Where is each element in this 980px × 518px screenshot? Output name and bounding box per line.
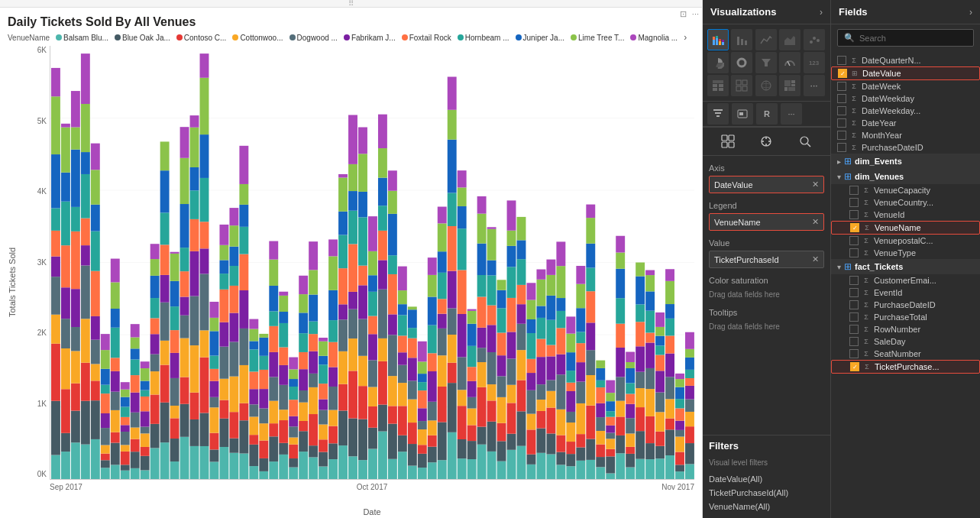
viz-icon-scatter[interactable] xyxy=(804,29,825,50)
analytics-control-btn[interactable] xyxy=(793,131,817,152)
viz-icon-stacked-bar[interactable] xyxy=(707,29,729,50)
svg-rect-220 xyxy=(239,227,248,254)
legend-field-box[interactable]: VenueName ✕ xyxy=(709,213,824,231)
svg-rect-596 xyxy=(586,406,595,439)
field-checkbox[interactable] xyxy=(849,236,859,245)
field-checkbox[interactable] xyxy=(849,312,859,322)
field-item[interactable]: ΣCustomerEmai... xyxy=(831,274,980,287)
viz-icon-area[interactable] xyxy=(779,29,800,50)
field-checkbox[interactable] xyxy=(849,337,859,346)
viz-icon-donut[interactable] xyxy=(731,52,752,73)
field-item[interactable]: ΣDateWeek xyxy=(831,80,980,92)
viz-icon-table[interactable] xyxy=(707,75,729,96)
search-input[interactable] xyxy=(859,34,967,43)
viz-icon-more[interactable]: ··· xyxy=(804,75,825,96)
field-item[interactable]: ΣVenueCapacity xyxy=(831,184,980,196)
field-checkbox[interactable] xyxy=(837,106,846,115)
field-checkbox[interactable] xyxy=(837,143,846,152)
field-item[interactable]: ΣVenueType xyxy=(831,247,980,259)
field-checkbox[interactable] xyxy=(837,94,846,103)
format-control-btn[interactable] xyxy=(754,131,778,152)
svg-rect-344 xyxy=(358,460,367,479)
axis-field-box[interactable]: DateValue ✕ xyxy=(709,176,824,193)
field-item[interactable]: ΣDateWeekday xyxy=(831,92,980,105)
value-field-box[interactable]: TicketPurchaseId ✕ xyxy=(709,251,824,268)
field-item[interactable]: ΣTicketPurchase... xyxy=(831,360,980,374)
field-checkbox[interactable] xyxy=(849,349,859,358)
field-item[interactable]: ΣDateQuarterN... xyxy=(831,54,980,66)
svg-rect-501 xyxy=(497,376,506,397)
field-item[interactable]: ΣEventId xyxy=(831,287,980,299)
field-checkbox[interactable] xyxy=(849,288,859,297)
field-checkbox[interactable] xyxy=(837,82,846,91)
svg-rect-494 xyxy=(487,261,496,276)
field-item[interactable]: ΣPurchaseDateID xyxy=(831,299,980,311)
field-item[interactable]: ΣPurchaseTotal xyxy=(831,311,980,323)
svg-rect-141 xyxy=(170,353,180,378)
field-item[interactable]: ΣPurchaseDateID xyxy=(831,141,980,154)
viz-icon-treemap[interactable] xyxy=(779,75,800,96)
field-name-label: DateWeekday xyxy=(862,94,974,103)
viz-panel-expand[interactable]: › xyxy=(820,7,823,18)
value-remove-btn[interactable]: ✕ xyxy=(812,254,819,264)
chart-plot[interactable] xyxy=(50,46,694,480)
svg-rect-427 xyxy=(428,325,437,354)
field-item[interactable]: ΣDateWeekday... xyxy=(831,105,980,117)
field-checkbox[interactable] xyxy=(849,276,859,285)
viz-icon-bar[interactable] xyxy=(731,29,752,50)
field-checkbox[interactable] xyxy=(850,362,859,371)
legend-remove-btn[interactable]: ✕ xyxy=(812,217,819,227)
field-item[interactable]: ΣVenueName xyxy=(831,221,980,235)
field-item[interactable]: ΣVenuepostalC... xyxy=(831,235,980,247)
viz-icon-kpi[interactable]: 123 xyxy=(804,52,825,73)
viz-icon-map[interactable] xyxy=(755,75,777,96)
field-item[interactable]: ΣVenueCountry... xyxy=(831,196,980,209)
filter-item-1[interactable]: DateValue(All) xyxy=(709,472,824,486)
field-item[interactable]: ΣDateYear xyxy=(831,117,980,129)
field-checkbox[interactable] xyxy=(849,186,859,195)
search-box[interactable]: 🔍 xyxy=(837,29,974,47)
field-name-label: SaleDay xyxy=(874,337,974,346)
viz-icon-filter[interactable] xyxy=(707,103,729,125)
field-checkbox[interactable] xyxy=(837,131,846,140)
drag-handle: ⠿ xyxy=(0,0,702,8)
svg-rect-37 xyxy=(71,91,80,127)
field-checkbox[interactable] xyxy=(849,248,859,257)
fields-panel-collapse[interactable]: › xyxy=(969,7,972,18)
field-item[interactable]: ⊞DateValue xyxy=(831,66,980,80)
legend-scroll-right[interactable]: › xyxy=(684,32,687,43)
viz-icon-gauge[interactable] xyxy=(779,52,800,73)
fields-control-btn[interactable] xyxy=(716,131,740,152)
filter-item-2[interactable]: TicketPurchaseId(All) xyxy=(709,486,824,500)
viz-icon-line[interactable] xyxy=(755,29,777,50)
viz-icon-r-visual[interactable]: R xyxy=(756,103,778,125)
resize-icon[interactable]: ⊡ xyxy=(680,9,687,19)
field-checkbox[interactable] xyxy=(849,210,859,219)
field-checkbox[interactable] xyxy=(837,56,846,65)
viz-icon-slicer[interactable] xyxy=(732,103,753,125)
viz-icon-matrix[interactable] xyxy=(731,75,752,96)
field-item[interactable]: ΣSaleDay xyxy=(831,335,980,348)
field-checkbox[interactable] xyxy=(838,69,847,78)
field-checkbox[interactable] xyxy=(849,325,859,334)
table-header-row[interactable]: ▸ ⊞ dim_Events xyxy=(831,154,980,169)
field-checkbox[interactable] xyxy=(837,118,846,128)
field-checkbox[interactable] xyxy=(850,223,859,232)
field-checkbox[interactable] xyxy=(849,198,859,207)
axis-remove-btn[interactable]: ✕ xyxy=(812,180,819,189)
field-item[interactable]: ΣMonthYear xyxy=(831,129,980,141)
svg-rect-102 xyxy=(131,337,140,348)
field-item[interactable]: ΣSeatNumber xyxy=(831,348,980,360)
field-checkbox[interactable] xyxy=(849,300,859,309)
svg-rect-125 xyxy=(150,244,160,259)
filter-item-3[interactable]: VenueName(All) xyxy=(709,500,824,513)
more-options-icon[interactable]: ··· xyxy=(692,9,699,18)
table-header-row[interactable]: ▾ ⊞ fact_Tickets xyxy=(831,259,980,274)
viz-icon-more2[interactable]: ··· xyxy=(781,103,802,125)
viz-icon-funnel[interactable] xyxy=(755,52,777,73)
table-header-row[interactable]: ▾ ⊞ dim_Venues xyxy=(831,169,980,184)
viz-icon-pie[interactable] xyxy=(707,52,729,73)
svg-rect-694 xyxy=(675,437,684,452)
field-item[interactable]: ΣRowNumber xyxy=(831,323,980,335)
field-item[interactable]: ΣVenueId xyxy=(831,209,980,221)
